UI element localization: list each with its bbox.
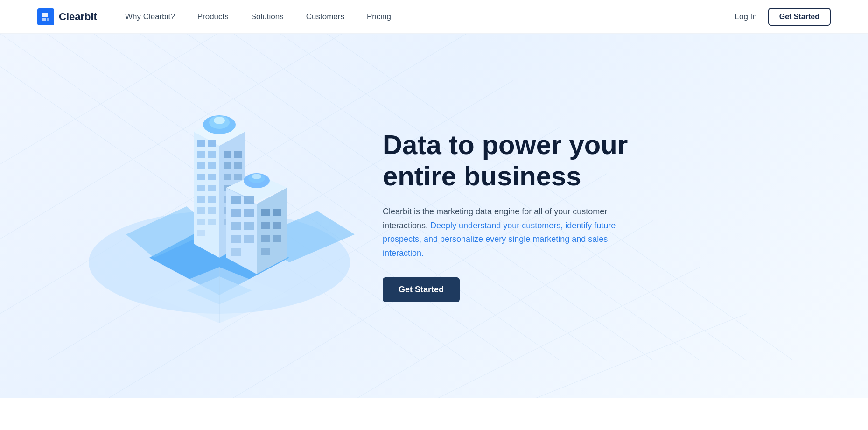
svg-rect-23: [208, 151, 216, 158]
logo-text: Clearbit: [59, 11, 97, 23]
nav-products[interactable]: Products: [197, 12, 229, 21]
svg-rect-57: [244, 235, 254, 243]
nav-customers[interactable]: Customers: [306, 12, 344, 21]
svg-rect-25: [208, 162, 216, 169]
svg-rect-60: [273, 209, 281, 216]
svg-point-68: [252, 174, 261, 179]
svg-rect-65: [261, 248, 270, 255]
navbar: Clearbit Why Clearbit? Products Solution…: [0, 0, 868, 34]
svg-rect-40: [234, 162, 242, 169]
svg-rect-53: [244, 209, 254, 217]
svg-rect-26: [197, 174, 205, 180]
hero-section: Data to power your entire business Clear…: [0, 34, 868, 398]
svg-rect-42: [234, 174, 242, 180]
svg-rect-32: [197, 207, 205, 214]
svg-rect-33: [208, 207, 216, 214]
svg-rect-38: [234, 151, 242, 158]
nav-why-clearbit[interactable]: Why Clearbit?: [125, 12, 175, 21]
svg-rect-27: [208, 174, 216, 180]
get-started-nav-button[interactable]: Get Started: [768, 8, 831, 26]
svg-rect-34: [197, 219, 205, 225]
svg-rect-55: [244, 222, 254, 230]
svg-rect-41: [224, 174, 231, 180]
get-started-hero-button[interactable]: Get Started: [383, 277, 460, 302]
svg-rect-58: [231, 248, 241, 256]
nav-pricing[interactable]: Pricing: [367, 12, 391, 21]
bottom-section: Data done differently: [0, 398, 868, 430]
svg-rect-37: [224, 151, 231, 158]
svg-rect-62: [273, 222, 281, 229]
nav-actions: Log In Get Started: [735, 8, 831, 26]
nav-solutions[interactable]: Solutions: [251, 12, 284, 21]
svg-rect-35: [208, 219, 216, 225]
hero-illustration: [56, 62, 383, 365]
bottom-headline: Data done differently: [37, 426, 831, 430]
svg-rect-39: [224, 162, 231, 169]
svg-rect-29: [208, 185, 216, 191]
logo-icon: [37, 8, 54, 25]
svg-rect-28: [197, 185, 205, 191]
login-link[interactable]: Log In: [735, 12, 756, 21]
svg-rect-36: [197, 230, 205, 236]
svg-rect-64: [273, 235, 281, 242]
svg-rect-56: [231, 235, 241, 243]
nav-links: Why Clearbit? Products Solutions Custome…: [125, 12, 735, 21]
svg-rect-52: [231, 209, 241, 217]
svg-rect-21: [208, 140, 216, 147]
svg-rect-61: [261, 222, 270, 229]
svg-rect-54: [231, 222, 241, 230]
svg-rect-30: [197, 196, 205, 203]
hero-description: Clearbit is the marketing data engine fo…: [383, 205, 644, 261]
svg-rect-31: [208, 196, 216, 203]
svg-rect-59: [261, 209, 270, 216]
svg-rect-51: [244, 196, 254, 204]
svg-rect-63: [261, 235, 270, 242]
svg-rect-50: [231, 196, 241, 204]
svg-rect-20: [197, 140, 205, 147]
hero-headline: Data to power your entire business: [383, 129, 644, 191]
hero-content: Data to power your entire business Clear…: [383, 129, 644, 302]
svg-rect-22: [197, 151, 205, 158]
svg-rect-24: [197, 162, 205, 169]
svg-point-49: [214, 117, 225, 124]
logo-link[interactable]: Clearbit: [37, 8, 97, 25]
